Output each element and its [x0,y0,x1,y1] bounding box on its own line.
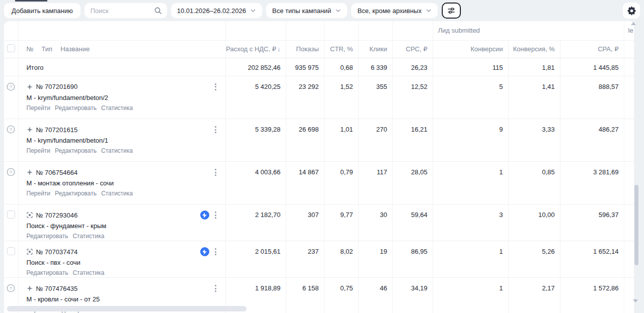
row-menu-button[interactable] [213,284,218,293]
filters-button[interactable] [442,3,461,19]
campaign-row: ? № 707201615 M - krym/fundament/beton/1… [4,119,634,162]
totals-cpa: 1 445,85 [560,58,624,76]
row-action-link[interactable]: Редактировать [55,105,97,112]
row-menu-button[interactable] [213,125,218,134]
col-header-name[interactable]: Название [60,45,90,53]
date-range-value: 10.01.2026–26.02.2026 [177,7,246,15]
select-all-checkbox[interactable] [7,44,15,52]
cell-ctr: 9,77 [324,204,358,241]
row-menu-button[interactable] [213,82,218,91]
campaign-id: № 706754664 [36,169,78,176]
add-campaign-button[interactable]: Добавить кампанию [4,3,80,18]
campaign-id: № 707037474 [36,248,78,256]
cell-cpc: 34,19 [392,278,433,313]
cell-conv-rate: 0,85 [508,162,560,204]
row-action-link[interactable]: Статистика [101,190,133,197]
row-actions: РедактироватьСтатистика [27,269,218,276]
cost-header-label: Расход с НДС, ₽ [226,45,276,53]
cell-conversions: 1 [433,241,508,278]
row-action-link[interactable]: Статистика [72,269,104,276]
campaign-row: ? № 707037474 Поиск - пвх - сочи Редакти… [4,241,634,278]
col-header-ctr[interactable]: CTR, % [324,40,358,58]
chevron-down-icon [426,8,432,14]
cell-cpa: 1 572,86 [560,278,624,313]
help-icon[interactable]: ? [7,168,15,178]
cell-shows: 6 158 [286,278,324,313]
scroll-up-arrow[interactable] [631,22,636,25]
col-header-conv-rate[interactable]: Конверсия, % [508,40,560,58]
totals-clicks: 6 339 [358,58,392,76]
archive-filter-select[interactable]: Все, кроме архивных [351,3,438,18]
cell-cpc: 16,21 [392,119,433,162]
totals-row: Итого 202 852,46 935 975 0,68 6 339 26,2… [4,58,634,76]
cell-shows: 14 867 [286,162,324,204]
cell-cpc: 86,95 [392,241,433,278]
row-menu-button[interactable] [213,168,218,177]
row-checkbox[interactable] [7,247,15,255]
date-range-select[interactable]: 10.01.2026–26.02.2026 [171,3,262,18]
vertical-scrollbar[interactable] [634,185,638,265]
col-header-shows[interactable]: Показы [286,40,324,58]
search-input[interactable] [91,7,154,15]
row-action-link[interactable]: Редактировать [27,269,68,276]
totals-conversions: 115 [433,58,508,76]
settings-button[interactable] [623,3,640,19]
cell-clicks: 355 [358,76,392,119]
campaign-row: ? № 706754664 М - монтаж отопления - соч… [4,162,634,204]
help-icon[interactable]: ? [7,284,15,294]
row-action-link[interactable]: Статистика [101,147,133,154]
row-action-link[interactable]: Редактировать [27,233,68,240]
row-action-link[interactable]: Редактировать [55,190,97,197]
help-icon[interactable]: ? [7,125,15,135]
master-campaign-icon [27,169,33,175]
cell-clicks: 117 [358,162,392,204]
cell-conv-rate: 1,41 [508,76,560,119]
master-campaign-icon [27,127,33,133]
horizontal-scrollbar[interactable] [7,306,247,311]
col-header-num[interactable]: № [27,45,34,53]
col-header-cpc[interactable]: CPC, ₽ [392,40,433,58]
svg-text:?: ? [10,127,12,132]
gear-icon [627,6,636,16]
scroll-down-arrow[interactable] [633,299,638,302]
cell-cpa: 486,27 [560,119,624,162]
table-header-row: №ТипНазвание Расход с НДС, ₽↓ Показы CTR… [4,40,634,58]
campaign-id: № 707201615 [36,126,78,134]
row-checkbox[interactable] [7,211,15,219]
help-icon[interactable]: ? [7,82,15,92]
cell-shows: 307 [286,204,324,241]
row-menu-button[interactable] [213,211,218,220]
chevron-down-icon [250,8,256,14]
campaign-id: № 707293046 [36,212,78,219]
boost-badge-icon[interactable] [200,211,209,220]
row-action-link[interactable]: Перейти [27,147,51,154]
svg-text:?: ? [10,84,12,89]
column-group-row: Лид submitted le [4,21,634,40]
row-action-link[interactable]: Статистика [72,233,104,240]
campaign-name: Поиск - фундамент - крым [27,222,218,230]
row-menu-button[interactable] [213,247,218,256]
col-header-conversions[interactable]: Конверсии [433,40,508,58]
search-field[interactable] [85,3,167,18]
campaigns-table: Лид submitted le №ТипНазвание Расход с Н… [4,21,634,313]
row-action-link[interactable]: Перейти [27,105,51,112]
row-action-link[interactable]: Редактировать [55,147,97,154]
col-header-cpa[interactable]: CPA, ₽ [560,40,624,58]
cell-clicks: 46 [358,278,392,313]
campaign-types-select[interactable]: Все типы кампаний [266,3,347,18]
cell-ctr: 1,52 [324,76,358,119]
boost-badge-icon[interactable] [200,247,209,256]
col-header-type[interactable]: Тип [41,45,52,53]
row-action-link[interactable]: Перейти [27,190,51,197]
col-header-cost[interactable]: Расход с НДС, ₽↓ [225,40,286,58]
cell-clicks: 19 [358,241,392,278]
svg-text:?: ? [10,169,12,175]
cell-conversions: 9 [433,119,508,162]
master-campaign-icon [27,84,33,90]
cell-cpc: 12,52 [392,76,433,119]
totals-conv-rate: 1,81 [508,58,560,76]
col-header-clicks[interactable]: Клики [358,40,392,58]
row-action-link[interactable]: Статистика [101,105,133,112]
sliders-icon [447,7,455,15]
totals-shows: 935 975 [286,58,324,76]
